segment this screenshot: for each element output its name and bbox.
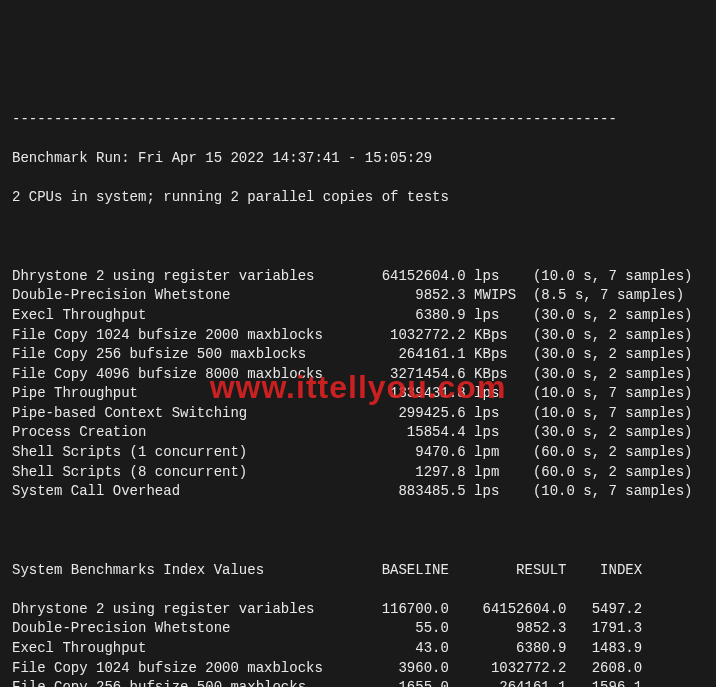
index-row: File Copy 1024 bufsize 2000 maxblocks 39… — [12, 659, 704, 679]
result-row: System Call Overhead 883485.5 lps (10.0 … — [12, 482, 704, 502]
result-row: File Copy 256 bufsize 500 maxblocks 2641… — [12, 345, 704, 365]
result-row: Pipe Throughput 1339431.8 lps (10.0 s, 7… — [12, 384, 704, 404]
result-row: Pipe-based Context Switching 299425.6 lp… — [12, 404, 704, 424]
cpu-info: 2 CPUs in system; running 2 parallel cop… — [12, 188, 704, 208]
result-row: Process Creation 15854.4 lps (30.0 s, 2 … — [12, 423, 704, 443]
result-row: Dhrystone 2 using register variables 641… — [12, 267, 704, 287]
index-row: Execl Throughput 43.0 6380.9 1483.9 — [12, 639, 704, 659]
result-row: Shell Scripts (8 concurrent) 1297.8 lpm … — [12, 463, 704, 483]
index-row: File Copy 256 bufsize 500 maxblocks 1655… — [12, 678, 704, 687]
result-row: Execl Throughput 6380.9 lps (30.0 s, 2 s… — [12, 306, 704, 326]
result-row: Double-Precision Whetstone 9852.3 MWIPS … — [12, 286, 704, 306]
index-row: Double-Precision Whetstone 55.0 9852.3 1… — [12, 619, 704, 639]
result-row: File Copy 4096 bufsize 8000 maxblocks 32… — [12, 365, 704, 385]
result-row: File Copy 1024 bufsize 2000 maxblocks 10… — [12, 326, 704, 346]
terminal-output: ----------------------------------------… — [12, 90, 704, 687]
results-section: Dhrystone 2 using register variables 641… — [12, 267, 704, 502]
run-timestamp: Benchmark Run: Fri Apr 15 2022 14:37:41 … — [12, 149, 704, 169]
result-row: Shell Scripts (1 concurrent) 9470.6 lpm … — [12, 443, 704, 463]
index-section: Dhrystone 2 using register variables 116… — [12, 600, 704, 687]
index-row: Dhrystone 2 using register variables 116… — [12, 600, 704, 620]
separator-top: ----------------------------------------… — [12, 110, 704, 130]
index-header: System Benchmarks Index Values BASELINE … — [12, 561, 704, 581]
